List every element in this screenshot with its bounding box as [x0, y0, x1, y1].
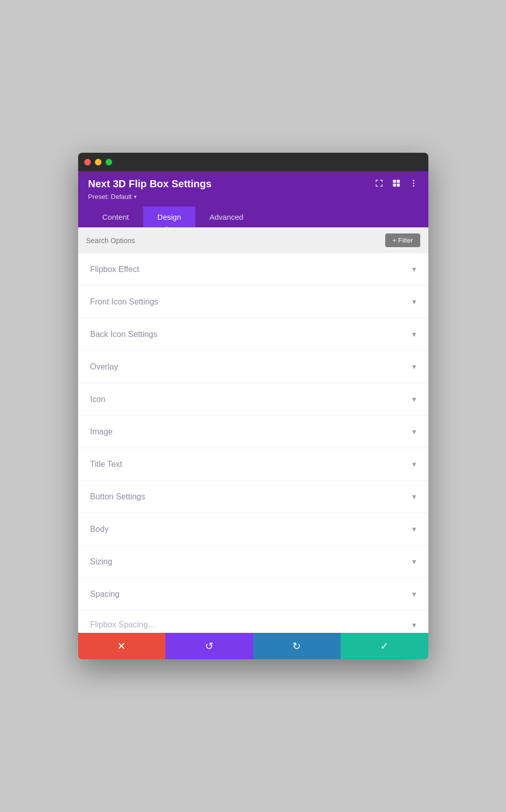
close-button[interactable] [84, 159, 91, 165]
svg-point-1 [413, 182, 414, 184]
reset-button[interactable]: ↺ [165, 633, 253, 659]
focus-icon[interactable] [375, 179, 384, 190]
chevron-down-icon: ▾ [412, 620, 416, 630]
section-back-icon-settings[interactable]: Back Icon Settings ▾ [78, 318, 428, 351]
chevron-down-icon: ▾ [412, 492, 416, 501]
section-icon[interactable]: Icon ▾ [78, 383, 428, 416]
chevron-down-icon: ▾ [412, 589, 416, 599]
header-top: Next 3D Flip Box Settings [88, 178, 418, 190]
chevron-down-icon: ▾ [412, 427, 416, 436]
redo-button[interactable]: ↻ [253, 633, 341, 659]
tab-design[interactable]: Design ☞ [143, 207, 195, 227]
chevron-down-icon: ▾ [412, 394, 416, 404]
section-button-settings[interactable]: Button Settings ▾ [78, 481, 428, 513]
section-flipbox-spacing-partial[interactable]: Flipbox Spacing... ▾ [78, 611, 428, 633]
search-bar: + Filter [78, 227, 428, 253]
chevron-down-icon: ▾ [412, 459, 416, 469]
section-body[interactable]: Body ▾ [78, 513, 428, 546]
cancel-button[interactable]: ✕ [78, 633, 166, 659]
grid-icon[interactable] [392, 179, 401, 190]
svg-point-2 [413, 185, 414, 186]
section-partial-label: Flipbox Spacing... [90, 620, 155, 629]
chevron-down-icon: ▾ [412, 264, 416, 274]
preset-arrow-icon: ▾ [134, 194, 137, 199]
preset-label: Preset: Default [88, 193, 132, 200]
section-flipbox-effect[interactable]: Flipbox Effect ▾ [78, 253, 428, 286]
tab-advanced[interactable]: Advanced [195, 207, 258, 227]
section-image[interactable]: Image ▾ [78, 416, 428, 448]
section-sizing[interactable]: Sizing ▾ [78, 546, 428, 578]
header: Next 3D Flip Box Settings [78, 171, 428, 227]
chevron-down-icon: ▾ [412, 329, 416, 339]
chevron-down-icon: ▾ [412, 557, 416, 566]
minimize-button[interactable] [95, 159, 102, 165]
section-title-text[interactable]: Title Text ▾ [78, 448, 428, 481]
chevron-down-icon: ▾ [412, 297, 416, 307]
chevron-down-icon: ▾ [412, 524, 416, 534]
preset-selector[interactable]: Preset: Default ▾ [88, 193, 418, 200]
tabs-bar: Content Design ☞ Advanced [88, 207, 418, 227]
settings-window: Next 3D Flip Box Settings [78, 153, 428, 659]
maximize-button[interactable] [106, 159, 112, 165]
footer-actions: ✕ ↺ ↻ ✓ [78, 633, 428, 659]
save-button[interactable]: ✓ [341, 633, 428, 659]
more-options-icon[interactable] [409, 179, 418, 190]
title-bar [78, 153, 428, 171]
search-input[interactable] [86, 236, 386, 245]
header-icons [375, 179, 418, 190]
sections-list: Flipbox Effect ▾ Front Icon Settings ▾ B… [78, 253, 428, 633]
tab-content[interactable]: Content [88, 207, 144, 227]
section-front-icon-settings[interactable]: Front Icon Settings ▾ [78, 286, 428, 318]
svg-point-0 [413, 180, 414, 181]
section-overlay[interactable]: Overlay ▾ [78, 351, 428, 383]
filter-button[interactable]: + Filter [385, 233, 420, 247]
window-title: Next 3D Flip Box Settings [88, 178, 212, 190]
chevron-down-icon: ▾ [412, 362, 416, 371]
section-spacing[interactable]: Spacing ▾ [78, 578, 428, 611]
